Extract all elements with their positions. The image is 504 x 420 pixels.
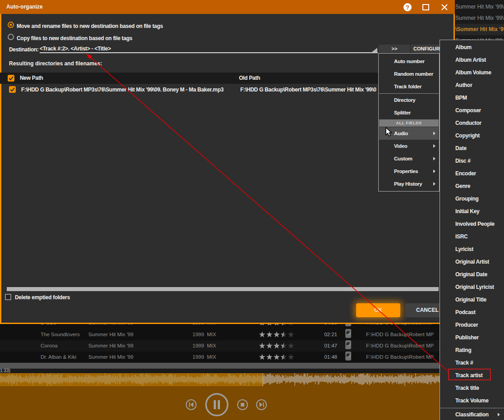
svg-text:?: ? (406, 4, 409, 11)
